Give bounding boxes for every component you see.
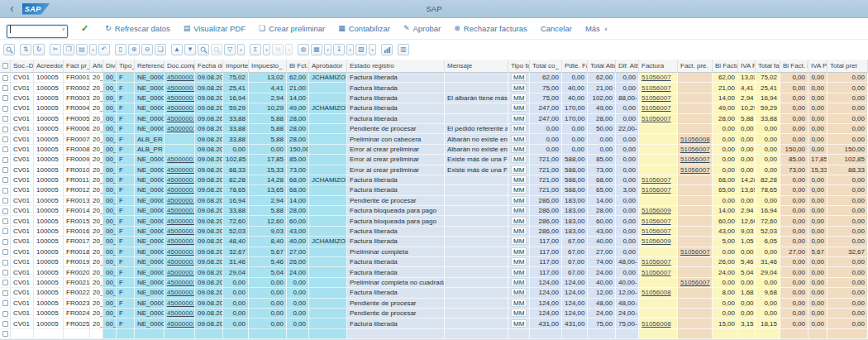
column-header-aprobador[interactable]: Aprobador [309,60,347,73]
column-header-importe[interactable]: Importe [223,60,249,73]
row-checkbox[interactable] [2,270,8,275]
column-header-ano[interactable]: Año [90,60,103,73]
column-header-sel[interactable] [0,60,11,73]
sort-descending-icon[interactable]: ▼ [184,44,196,55]
views-icon[interactable]: ▦ [311,44,322,55]
row-checkbox[interactable] [2,249,8,255]
factpre-link[interactable]: 51056007 [680,166,710,174]
copy-icon[interactable]: ❐ [63,44,74,55]
doccompr-link[interactable]: 45000001 [167,166,195,174]
row-checkbox[interactable] [2,127,8,132]
column-layout-icon[interactable]: ▥ [398,44,409,55]
contabilizar-button[interactable]: ▦Contabilizar [338,24,390,33]
paste-icon[interactable]: ▤ [76,44,88,55]
column-header-socd[interactable]: Soc.-D_ [11,60,34,73]
column-header-ivafa[interactable]: IVA Fa_ [738,60,756,73]
row-checkbox[interactable] [2,167,8,173]
factura-link[interactable]: 51056007 [641,269,671,276]
doccompr-link[interactable]: 45000001 [167,299,195,307]
row-checkbox[interactable] [2,116,8,122]
factura-link[interactable]: 51056007 [641,104,671,112]
duplicate-row-icon[interactable]: ❏ [155,44,166,55]
doccompr-link[interactable]: 45000001 [167,186,195,194]
column-header-factura[interactable]: Factura [639,60,678,73]
factura-link[interactable]: 51056007 [641,74,671,81]
doccompr-link[interactable]: 45000001 [167,197,195,204]
row-checkbox[interactable] [2,106,8,112]
views-dropdown-icon[interactable]: ∨ [324,44,331,55]
row-checkbox[interactable] [2,228,8,234]
column-header-pdtefact[interactable]: Pdte. Fact [562,60,588,73]
doccompr-link[interactable]: 45000001 [167,115,195,122]
rechazar-facturas-button[interactable]: ⊗Rechazar facturas [454,24,527,33]
subtotal-dropdown-icon[interactable]: ∨ [285,44,293,55]
row-checkbox[interactable] [2,188,8,194]
sum-icon[interactable]: Σ [250,44,261,55]
doccompr-link[interactable]: 45000001 [167,84,195,92]
factpre-link[interactable]: 51056007 [680,248,710,256]
mas-button[interactable]: Más∨ [585,24,608,33]
factura-link[interactable]: 51056007 [641,94,671,102]
crear-preliminar-button[interactable]: ❏Crear preliminar [259,24,325,33]
column-header-tipo[interactable]: Tipo_ [117,60,135,73]
row-checkbox[interactable] [2,300,8,306]
doccompr-link[interactable]: 45000001 [167,289,195,296]
column-header-acreedor[interactable]: Acreedor [34,60,64,73]
doccompr-link[interactable]: 45000001 [167,248,195,256]
refresh-grid-icon[interactable]: ↻ [33,44,45,55]
factura-link[interactable]: 51056007 [641,227,671,235]
factpre-link[interactable]: 51056007 [680,156,710,163]
select-all-checkbox[interactable] [2,63,8,69]
factura-link[interactable]: 51056007 [641,258,671,266]
doccompr-link[interactable]: 45000001 [167,176,195,184]
factpre-link[interactable]: 51056008 [680,136,710,143]
swap-icon[interactable]: ⇅ [20,44,31,55]
factura-link[interactable]: 51056007 [641,218,671,225]
doccompr-link[interactable]: 45000001 [167,104,195,112]
row-checkbox[interactable] [2,321,8,327]
filter-icon[interactable]: ▽ [224,44,236,55]
doccompr-link[interactable]: 45000001 [167,258,195,266]
refrescar-datos-button[interactable]: ↻Refrescar datos [105,24,170,33]
column-header-estado[interactable]: Estado registro [347,60,445,73]
column-header-referencia[interactable]: Referencia [135,60,165,73]
factura-link[interactable]: 51056007 [641,176,671,184]
column-header-factpr[interactable]: Fact pr_ [64,60,90,73]
column-header-totalprel[interactable]: Total prel [827,60,868,73]
row-checkbox[interactable] [2,85,8,91]
doccompr-link[interactable]: 45000001 [167,320,195,328]
column-header-ivapre[interactable]: IVA Pre. [808,60,827,73]
print-preview-icon[interactable]: ◍ [298,44,309,55]
row-checkbox[interactable] [2,290,8,296]
factura-link[interactable]: 51056007 [641,115,671,122]
doccompr-link[interactable]: 45000001 [167,227,195,235]
factpre-link[interactable]: 51056007 [680,279,710,286]
row-checkbox[interactable] [2,239,8,245]
row-checkbox[interactable] [2,198,8,204]
column-header-blfactura[interactable]: Bl Factura [713,60,738,73]
row-checkbox[interactable] [2,157,8,163]
doccompr-link[interactable]: 45000001 [167,237,195,245]
row-checkbox[interactable] [2,75,8,81]
column-header-factpre[interactable]: Fact. pre. [678,60,713,73]
command-input[interactable] [7,25,68,38]
factura-link[interactable]: 51056007 [641,84,671,92]
undo-icon[interactable]: ↶ [98,44,110,55]
doccompr-link[interactable]: 45000001 [167,74,195,81]
remove-row-icon[interactable]: ⊖ [141,44,153,55]
row-checkbox[interactable] [2,311,8,317]
column-header-tipofa[interactable]: Tipo fa_ [508,60,530,73]
column-header-mensaje[interactable]: Mensaje [445,60,508,73]
sum-dropdown-icon[interactable]: ∨ [263,44,270,55]
factura-link[interactable]: 51056009 [641,237,671,245]
column-header-fechadoc[interactable]: Fecha doc. [195,60,223,73]
cancelar-button[interactable]: Cancelar [541,24,572,33]
row-checkbox[interactable] [2,331,8,337]
row-checkbox[interactable] [2,177,8,183]
row-checkbox[interactable] [2,95,8,101]
filter-dropdown-icon[interactable]: ∨ [237,44,245,55]
row-checkbox[interactable] [2,208,8,214]
factpre-link[interactable]: 51056007 [680,146,710,153]
visualizar-pdf-button[interactable]: ▤Visualizar PDF [184,24,246,33]
doccompr-link[interactable]: 45000001 [167,309,195,317]
